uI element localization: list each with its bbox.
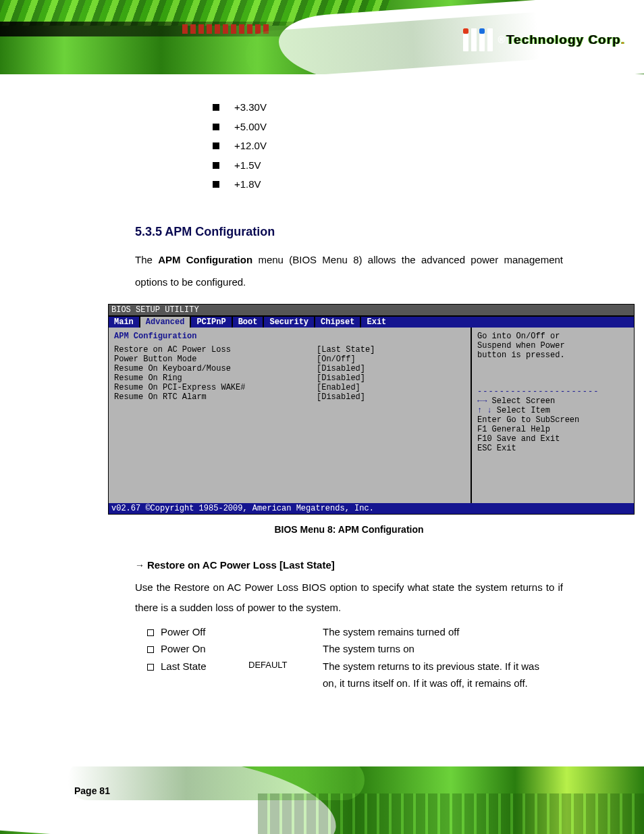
banner-red-dots	[182, 24, 270, 34]
bios-nav-help: ←→ Select Screen ↑ ↓ Select Item Enter G…	[477, 396, 628, 453]
bios-row[interactable]: Restore on AC Power Loss[Last State]	[114, 345, 465, 355]
bios-nav-key: F1	[477, 425, 487, 434]
option-value: Power Off	[161, 623, 248, 641]
square-bullet-icon	[213, 104, 219, 111]
option-row: Last State DEFAULT The system returns to…	[135, 658, 563, 692]
bios-nav-text: Select Screen	[487, 396, 555, 406]
bios-screenshot: BIOS SETUP UTILITY Main Advanced PCIPnP …	[108, 304, 635, 515]
option-desc: The system returns to its previous state…	[323, 658, 552, 692]
bios-nav-row: F10 Save and Exit	[477, 434, 628, 444]
section-heading: 5.3.5 APM Configuration	[135, 225, 563, 239]
bios-help-line: Suspend when Power	[477, 341, 628, 350]
option-bullet-icon	[135, 623, 161, 641]
page-label: Page	[74, 785, 99, 796]
bios-tab-pcipnp[interactable]: PCIPnP	[191, 317, 232, 328]
bios-tab-advanced[interactable]: Advanced	[140, 317, 192, 328]
bios-tab-security[interactable]: Security	[264, 317, 315, 328]
bios-nav-row: Enter Go to SubScreen	[477, 415, 628, 425]
bios-nav-key: Enter	[477, 415, 502, 425]
bios-footer: v02.67 ©Copyright 1985-2009, American Me…	[109, 503, 634, 514]
voltage-item: +12.0V	[213, 136, 563, 156]
bios-nav-text: Exit	[492, 444, 516, 453]
bios-separator: ----------------------	[477, 387, 628, 396]
option-row: Power On The system turns on	[135, 640, 563, 658]
option-desc: The system remains turned off	[323, 623, 459, 641]
page-number: 81	[99, 785, 110, 796]
option-row: Power Off The system remains turned off	[135, 623, 563, 641]
bios-tab-main[interactable]: Main	[109, 317, 140, 328]
bios-row-label: Resume On Ring	[114, 373, 317, 383]
para-text: The	[135, 254, 158, 265]
square-bullet-icon	[213, 181, 219, 188]
square-bullet-icon	[213, 162, 219, 169]
voltage-value: +3.30V	[234, 101, 267, 113]
brand-name: Technology Corp	[506, 32, 621, 47]
bios-nav-text: General Help	[487, 425, 550, 434]
voltage-item: +3.30V	[213, 98, 563, 118]
bios-row-value: [Disabled]	[317, 373, 365, 383]
square-bullet-icon	[213, 142, 219, 149]
bios-row[interactable]: Resume On PCI-Express WAKE#[Enabled]	[114, 383, 465, 392]
bios-nav-key: ESC	[477, 444, 492, 453]
bios-row-label: Resume On Keyboard/Mouse	[114, 364, 317, 373]
voltage-item: +5.00V	[213, 118, 563, 137]
bios-nav-row: ←→ Select Screen	[477, 396, 628, 406]
bios-help-line: Go into On/Off or	[477, 332, 628, 341]
bios-row-value: [On/Off]	[317, 355, 356, 364]
option-table: Power Off The system remains turned off …	[135, 623, 563, 692]
voltage-item: +1.8V	[213, 175, 563, 194]
option-desc: The system turns on	[323, 640, 414, 658]
bios-row-value: [Disabled]	[317, 392, 365, 402]
option-value: Power On	[161, 640, 248, 658]
voltage-value: +1.8V	[234, 178, 261, 190]
bios-row-value: [Last State]	[317, 345, 375, 355]
voltage-value: +1.5V	[234, 159, 261, 171]
bios-tab-exit[interactable]: Exit	[361, 317, 392, 328]
bios-row[interactable]: Resume On Keyboard/Mouse[Disabled]	[114, 364, 465, 373]
voltage-list: +3.30V +5.00V +12.0V +1.5V +1.8V	[213, 98, 563, 194]
bios-row-label: Restore on AC Power Loss	[114, 345, 317, 355]
brand-dot: .	[621, 32, 625, 47]
bios-tab-chipset[interactable]: Chipset	[315, 317, 361, 328]
bios-right-pane: Go into On/Off or Suspend when Power but…	[472, 328, 634, 503]
figure-caption: BIOS Menu 8: APM Configuration	[135, 524, 563, 535]
page-info: Page 81	[74, 785, 110, 796]
option-value: Last State	[161, 658, 248, 692]
bios-nav-text: Select Item	[492, 406, 550, 415]
bios-row[interactable]: Resume On RTC Alarm[Disabled]	[114, 392, 465, 402]
bottom-pattern	[258, 793, 644, 834]
square-bullet-icon	[213, 124, 219, 130]
top-banner: ® Technology Corp .	[0, 0, 644, 74]
bios-nav-key: F10	[477, 434, 492, 444]
bios-section-header: APM Configuration	[114, 332, 465, 341]
option-default: DEFAULT	[248, 658, 323, 692]
voltage-value: +5.00V	[234, 121, 267, 132]
bios-tab-boot[interactable]: Boot	[233, 317, 265, 328]
iei-logo-icon	[463, 28, 493, 51]
bios-row-label: Power Button Mode	[114, 355, 317, 364]
bios-left-pane: APM Configuration Restore on AC Power Lo…	[109, 328, 472, 503]
para-bold: APM Configuration	[158, 254, 252, 265]
option-default	[248, 623, 323, 641]
arrows-ud-icon: ↑ ↓	[477, 406, 492, 415]
option-heading: → Restore on AC Power Loss [Last State]	[135, 559, 563, 571]
page-content: +3.30V +5.00V +12.0V +1.5V +1.8V 5.3.5 A…	[0, 74, 644, 692]
bios-nav-row: F1 General Help	[477, 425, 628, 434]
bios-row-value: [Disabled]	[317, 364, 365, 373]
bios-nav-row: ESC Exit	[477, 444, 628, 453]
voltage-value: +12.0V	[234, 140, 267, 151]
bios-row[interactable]: Power Button Mode[On/Off]	[114, 355, 465, 364]
brand-area: ® Technology Corp .	[463, 28, 625, 51]
bios-nav-row: ↑ ↓ Select Item	[477, 406, 628, 415]
registered-mark: ®	[498, 34, 505, 45]
option-paragraph: Use the Restore on AC Power Loss BIOS op…	[135, 577, 563, 618]
bios-nav-text: Go to SubScreen	[502, 415, 579, 425]
bios-row-label: Resume On PCI-Express WAKE#	[114, 383, 317, 392]
bios-row-label: Resume On RTC Alarm	[114, 392, 317, 402]
bios-body: APM Configuration Restore on AC Power Lo…	[109, 328, 634, 503]
bios-row-value: [Enabled]	[317, 383, 360, 392]
bios-help-line: button is pressed.	[477, 350, 628, 360]
voltage-item: +1.5V	[213, 156, 563, 176]
bios-row[interactable]: Resume On Ring[Disabled]	[114, 373, 465, 383]
option-bullet-icon	[135, 640, 161, 658]
